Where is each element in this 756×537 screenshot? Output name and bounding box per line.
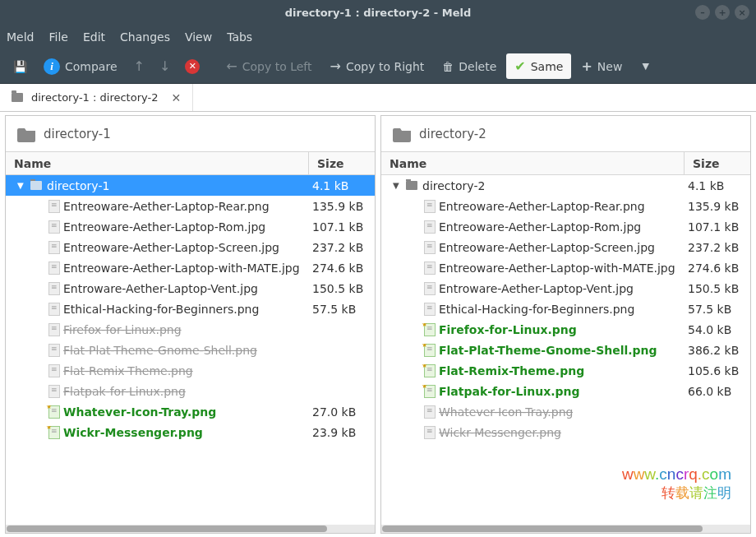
same-label: Same <box>531 60 564 73</box>
col-name-header[interactable]: Name <box>381 152 685 174</box>
file-icon <box>48 385 60 398</box>
file-row[interactable]: Flat-Remix-Theme.png <box>6 360 375 381</box>
file-icon <box>424 200 436 213</box>
file-row[interactable]: Entreoware-Aether-Laptop-with-MATE.jpg27… <box>6 257 375 278</box>
tab-comparison[interactable]: directory-1 : directory-2 ✕ <box>0 84 193 111</box>
file-name: Entreoware-Aether-Laptop-Rear.png <box>439 200 645 213</box>
file-size: 150.5 kB <box>309 282 375 295</box>
prev-change-button[interactable]: ↑ <box>127 53 151 79</box>
expander-icon[interactable]: ▼ <box>393 181 403 190</box>
file-row[interactable]: Entreoware-Aether-Laptop-Rear.png135.9 k… <box>381 196 750 216</box>
left-panel-header[interactable]: directory-1 <box>6 116 375 152</box>
file-row[interactable]: Whatever-Icon-Tray.png <box>381 401 750 422</box>
tree-root-row[interactable]: ▼directory-24.1 kB <box>381 175 750 196</box>
right-scrollbar[interactable] <box>381 525 750 533</box>
compare-button[interactable]: i Compare <box>35 53 126 80</box>
same-filter-button[interactable]: ✔ Same <box>506 53 571 79</box>
file-row[interactable]: Ethical-Hacking-for-Beginners.png57.5 kB <box>6 299 375 319</box>
right-file-tree[interactable]: ▼directory-24.1 kBEntreoware-Aether-Lapt… <box>381 175 750 525</box>
file-row[interactable]: Flat-Plat-Theme-Gnome-Shell.png <box>6 340 375 360</box>
file-size: 23.9 kB <box>309 426 375 439</box>
file-icon <box>48 241 60 254</box>
file-row[interactable]: Firefox-for-Linux.png <box>6 319 375 340</box>
copy-left-button[interactable]: ← Copy to Left <box>218 53 320 79</box>
expander-icon[interactable]: ▼ <box>17 181 27 190</box>
close-button[interactable]: × <box>735 5 749 20</box>
arrow-right-icon: → <box>330 58 341 74</box>
file-icon <box>48 220 60 234</box>
file-row[interactable]: Flat-Plat-Theme-Gnome-Shell.png386.2 kB <box>381 340 750 360</box>
file-row[interactable]: Wickr-Messenger.png <box>381 422 750 442</box>
folder-name: directory-2 <box>422 179 485 192</box>
file-row[interactable]: Flat-Remix-Theme.png105.6 kB <box>381 360 750 381</box>
file-row[interactable]: Entroware-Aether-Laptop-Vent.jpg150.5 kB <box>381 278 750 299</box>
menu-view[interactable]: View <box>185 30 212 44</box>
delete-button[interactable]: 🗑 Delete <box>434 55 505 78</box>
save-button[interactable]: 💾 <box>7 55 34 78</box>
left-panel-title: directory-1 <box>44 127 111 141</box>
file-row[interactable]: Entroware-Aether-Laptop-Vent.jpg150.5 kB <box>6 278 375 299</box>
folder-size: 4.1 kB <box>309 179 375 192</box>
maximize-button[interactable]: + <box>715 5 730 20</box>
file-size: 66.0 kB <box>685 385 750 398</box>
file-icon <box>48 303 60 316</box>
left-file-tree[interactable]: ▼directory-14.1 kBEntreoware-Aether-Lapt… <box>6 175 375 525</box>
content-area: directory-1 Name Size ▼directory-14.1 kB… <box>0 112 756 537</box>
file-name: Flat-Plat-Theme-Gnome-Shell.png <box>439 344 657 357</box>
file-size: 237.2 kB <box>685 241 750 254</box>
file-row[interactable]: Entreoware-Aether-Laptop-Screen.jpg237.2… <box>6 237 375 257</box>
arrow-down-icon: ↓ <box>159 58 170 74</box>
menu-file[interactable]: File <box>48 30 67 44</box>
tab-close-icon[interactable]: ✕ <box>171 91 181 104</box>
file-row[interactable]: Entreoware-Aether-Laptop-Rom.jpg107.1 kB <box>6 216 375 237</box>
file-row[interactable]: Firefox-for-Linux.png54.0 kB <box>381 319 750 340</box>
cancel-button[interactable]: ✕ <box>178 54 206 79</box>
file-name: Entreoware-Aether-Laptop-with-MATE.jpg <box>439 262 675 275</box>
file-row[interactable]: Entreoware-Aether-Laptop-Screen.jpg237.2… <box>381 237 750 257</box>
file-row[interactable]: Flatpak-for-Linux.png <box>6 381 375 401</box>
file-name: Entreoware-Aether-Laptop-Rear.png <box>63 200 270 213</box>
menu-edit[interactable]: Edit <box>83 30 105 44</box>
file-icon <box>48 323 60 336</box>
col-size-header[interactable]: Size <box>685 152 750 174</box>
right-panel-header[interactable]: directory-2 <box>381 116 750 152</box>
menu-tabs[interactable]: Tabs <box>227 30 252 44</box>
menu-changes[interactable]: Changes <box>120 30 170 44</box>
file-row[interactable]: Wickr-Messenger.png23.9 kB <box>6 422 375 442</box>
file-icon <box>424 405 436 419</box>
file-icon <box>424 241 436 254</box>
check-icon: ✔ <box>514 58 525 74</box>
file-row[interactable]: Flatpak-for-Linux.png66.0 kB <box>381 381 750 401</box>
menu-meld[interactable]: Meld <box>7 30 34 44</box>
minimize-button[interactable]: – <box>695 5 710 20</box>
compare-label: Compare <box>65 60 118 73</box>
scrollbar-thumb[interactable] <box>382 525 703 532</box>
next-change-button[interactable]: ↓ <box>153 53 177 79</box>
new-filter-button[interactable]: + New ▼ <box>573 53 657 79</box>
scrollbar-thumb[interactable] <box>7 525 327 532</box>
file-icon <box>424 426 436 439</box>
file-row[interactable]: Entreoware-Aether-Laptop-Rom.jpg107.1 kB <box>381 216 750 237</box>
file-icon <box>424 344 436 357</box>
file-row[interactable]: Ethical-Hacking-for-Beginners.png57.5 kB <box>381 299 750 319</box>
file-name: Entreoware-Aether-Laptop-Rom.jpg <box>439 220 641 234</box>
copy-right-button[interactable]: → Copy to Right <box>322 53 433 79</box>
folder-icon <box>12 93 23 102</box>
tree-root-row[interactable]: ▼directory-14.1 kB <box>6 175 375 196</box>
info-icon: i <box>44 58 60 75</box>
file-row[interactable]: Entreoware-Aether-Laptop-with-MATE.jpg27… <box>381 257 750 278</box>
left-scrollbar[interactable] <box>6 525 375 533</box>
folder-icon <box>393 126 413 142</box>
file-row[interactable]: Whatever-Icon-Tray.png27.0 kB <box>6 401 375 422</box>
col-size-header[interactable]: Size <box>309 152 375 174</box>
toolbar: 💾 i Compare ↑ ↓ ✕ ← Copy to Left → Copy … <box>0 49 756 84</box>
col-name-header[interactable]: Name <box>6 152 309 174</box>
window-controls: – + × <box>695 5 749 20</box>
file-size: 135.9 kB <box>309 200 375 213</box>
file-name: Flatpak-for-Linux.png <box>63 385 186 398</box>
file-name: Ethical-Hacking-for-Beginners.png <box>439 303 634 316</box>
save-icon: 💾 <box>13 60 27 73</box>
file-row[interactable]: Entreoware-Aether-Laptop-Rear.png135.9 k… <box>6 196 375 216</box>
left-panel: directory-1 Name Size ▼directory-14.1 kB… <box>5 115 376 534</box>
file-size: 57.5 kB <box>685 303 750 316</box>
